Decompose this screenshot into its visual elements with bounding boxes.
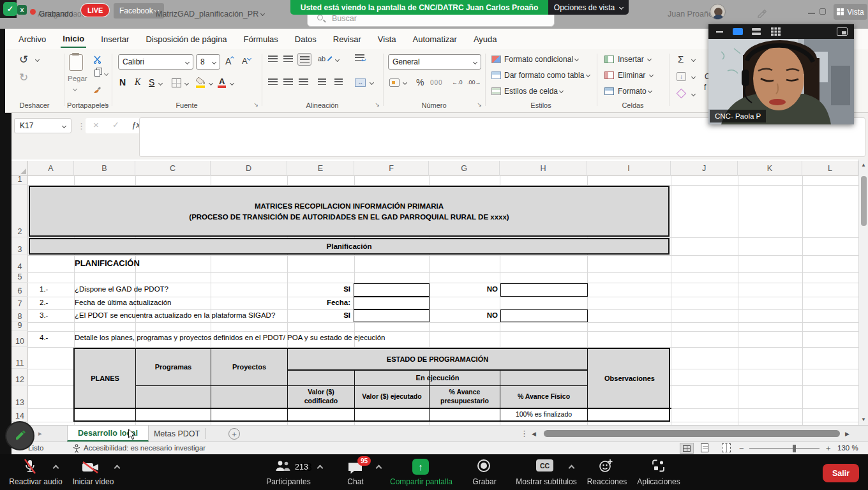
paste-chevron-icon[interactable] [73, 87, 77, 91]
tabbar-more-icon[interactable]: ⋮ [520, 429, 528, 438]
row-header[interactable]: 14 [11, 408, 28, 422]
cell-styles-button[interactable]: Estilos de celda [504, 87, 563, 96]
row-header[interactable]: 13 [11, 385, 28, 408]
increase-decimal-button[interactable]: ←.0 [452, 79, 463, 85]
fill-color-icon[interactable] [196, 77, 206, 85]
captions-chevron-icon[interactable] [569, 465, 575, 471]
leave-button[interactable]: Salir [823, 464, 859, 482]
hscroll-right-icon[interactable]: ▶ [845, 431, 849, 437]
start-video-icon[interactable] [82, 461, 99, 474]
shrink-font-button[interactable]: A [242, 56, 251, 66]
participants-label[interactable]: Participantes [266, 477, 310, 486]
borders-chevron-icon[interactable] [184, 81, 189, 85]
orientation-button[interactable]: ab [318, 55, 333, 63]
tab-insertar[interactable]: Insertar [93, 34, 137, 44]
align-top-icon[interactable] [268, 56, 278, 63]
reactions-label[interactable]: Reacciones [587, 477, 627, 486]
clear-chevron-icon[interactable] [691, 92, 696, 96]
page-break-view-button[interactable] [722, 443, 731, 452]
sheet-nav-arrow-icon[interactable]: ▸ [38, 429, 42, 438]
conditional-format-button[interactable]: Formato condicional [504, 55, 578, 64]
dialog-launcher-icon[interactable]: ↘ [477, 101, 482, 108]
font-color-chevron-icon[interactable] [230, 81, 234, 85]
copy-chevron-icon[interactable] [104, 71, 108, 76]
document-title[interactable]: MatrizGAD_planificación_PR [156, 10, 264, 19]
row-header[interactable]: 10 [11, 331, 28, 347]
participants-icon[interactable] [274, 460, 291, 472]
scroll-up-icon[interactable]: ▲ [861, 162, 866, 168]
orientation-chevron-icon[interactable] [335, 57, 340, 62]
accounting-chevron-icon[interactable] [403, 80, 407, 85]
gallery-view-icon[interactable] [771, 27, 781, 36]
font-name-combobox[interactable]: Calibri [118, 54, 193, 70]
decrease-indent-icon[interactable] [318, 78, 326, 85]
q3-no-input-cell[interactable] [500, 309, 588, 322]
normal-view-button[interactable] [680, 443, 694, 454]
undo-chevron-icon[interactable] [35, 57, 40, 62]
tab-inicio[interactable]: Inicio [54, 29, 93, 48]
pip-view-icon[interactable] [837, 27, 848, 36]
q2-fecha-input-cell[interactable] [354, 297, 430, 309]
undo-button[interactable]: ↺ [19, 53, 28, 66]
paste-button[interactable] [69, 54, 83, 71]
zoom-slider-track[interactable] [749, 448, 819, 449]
column-header[interactable]: J [671, 161, 738, 176]
unmute-mic-icon[interactable] [23, 458, 37, 475]
fill-chevron-icon[interactable] [691, 75, 696, 79]
percent-style-button[interactable]: % [416, 77, 424, 87]
cancel-icon[interactable]: × [93, 119, 99, 130]
format-as-table-button[interactable]: Dar formato como tabla [504, 71, 590, 80]
column-header[interactable]: A [28, 161, 74, 176]
tab-vista[interactable]: Vista [370, 34, 405, 44]
tab-ayuda[interactable]: Ayuda [465, 34, 505, 44]
row-header[interactable]: 1 [11, 176, 28, 185]
horizontal-scroll-thumb[interactable] [544, 430, 840, 437]
tab-disposicion[interactable]: Disposición de página [137, 34, 235, 44]
start-video-label[interactable]: Iniciar vídeo [73, 477, 114, 486]
row-header[interactable]: 12 [11, 369, 28, 385]
italic-button[interactable]: K [135, 77, 140, 87]
annotation-pencil-fab[interactable] [5, 421, 34, 450]
row-header[interactable]: 2 [11, 185, 28, 237]
tab-revisar[interactable]: Revisar [325, 34, 370, 44]
column-header[interactable]: G [429, 161, 500, 176]
accounting-format-icon[interactable] [389, 78, 400, 87]
participants-chevron-icon[interactable] [317, 465, 324, 471]
autosum-button[interactable]: Σ [678, 54, 684, 64]
font-size-combobox[interactable]: 8 [196, 54, 220, 70]
tab-archivo[interactable]: Archivo [10, 34, 54, 44]
section-band[interactable]: Planificación [29, 238, 670, 255]
fill-chevron-icon[interactable] [209, 81, 213, 85]
sheet-tab-active[interactable]: Desarrollo local [67, 426, 149, 442]
tab-datos[interactable]: Datos [287, 34, 325, 44]
apps-label[interactable]: Aplicaciones [637, 477, 680, 486]
zoom-view-button[interactable]: Vista [834, 4, 867, 20]
add-sheet-button[interactable]: + [228, 428, 240, 440]
planificacion-heading[interactable]: PLANIFICACIÓN [75, 258, 140, 268]
column-header[interactable]: D [211, 161, 287, 176]
grow-font-button[interactable]: A [225, 56, 234, 66]
zoom-level[interactable]: 130 % [837, 444, 858, 452]
align-middle-icon[interactable] [283, 56, 293, 63]
q1-no-input-cell[interactable] [500, 283, 588, 297]
plans-table[interactable]: PLANES Programas Proyectos ESTADO DE PRO… [73, 348, 670, 422]
align-left-icon[interactable] [268, 78, 278, 85]
apps-icon[interactable] [651, 459, 666, 473]
insert-cells-button[interactable]: Insertar [618, 55, 651, 64]
chat-chevron-icon[interactable] [376, 465, 382, 471]
row-header[interactable]: 11 [11, 347, 28, 369]
name-box-chevron-icon[interactable] [62, 123, 66, 128]
dialog-launcher-icon[interactable]: ↘ [104, 101, 109, 108]
speaker-view-icon[interactable] [733, 28, 743, 35]
captions-label[interactable]: Mostrar subtítulos [516, 477, 576, 486]
column-header[interactable]: F [354, 161, 429, 176]
restore-icon[interactable] [819, 8, 826, 15]
row-header[interactable]: 5 [11, 272, 28, 283]
row-header[interactable]: 3 [11, 237, 28, 255]
video-panel[interactable]: CNC- Paola P [708, 24, 854, 124]
unmute-label[interactable]: Reactivar audio [9, 477, 62, 486]
chat-label[interactable]: Chat [347, 477, 363, 486]
page-layout-view-button[interactable] [701, 443, 708, 452]
view-options-button[interactable]: Opciones de vista [548, 0, 629, 15]
redo-button[interactable]: ↻ [19, 71, 28, 84]
